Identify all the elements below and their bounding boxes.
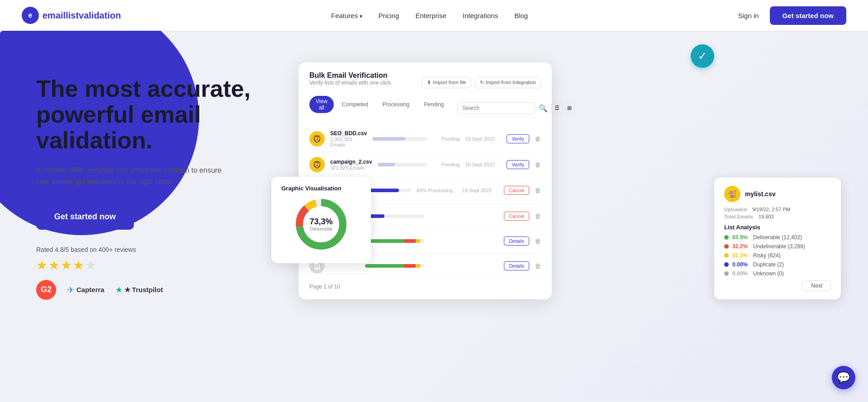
progress-bar (378, 163, 395, 166)
row-verify-button[interactable]: Verify (507, 160, 529, 169)
row-icon: 🦁 (309, 131, 325, 147)
row-delete-icon[interactable]: 🗑 (535, 187, 541, 194)
progress-bar-wrap (367, 214, 424, 218)
duplicate-label: Duplicate (2) (753, 261, 784, 268)
view-toggle: ☰ ⊞ (551, 103, 575, 114)
mockup-panel-subtitle: Verify lists of emails with one click. (309, 80, 392, 86)
hero-badges: G2 ✈ Capterra ★ ★ Trustpilot (36, 280, 271, 300)
progress-bar (367, 189, 399, 192)
row-verify-button[interactable]: Verify (507, 134, 529, 143)
hero-left: The most accurate, powerful email valida… (36, 58, 271, 300)
hero-title: The most accurate, powerful email valida… (36, 76, 271, 154)
row-status: Pending (432, 162, 460, 167)
row-icon: 🦁 (309, 157, 325, 172)
logo-text: emaillistvalidation (43, 10, 121, 21)
grid-view-icon[interactable]: ⊞ (564, 103, 575, 114)
progress-bar-wrap (378, 163, 427, 166)
analysis-section-title: List Analysis (724, 224, 831, 231)
row-date: 19 Sept 2022 (465, 136, 501, 142)
import-buttons: ⬆ Import from file ↻ Import from Integra… (422, 77, 541, 88)
filter-tabs: View all Completed Processing Pending (309, 96, 450, 113)
capterra-badge: ✈ Capterra (67, 284, 104, 295)
list-analysis-card: 🐒 mylist.csv Uploaded 9/19/22, 2:57 PM T… (714, 178, 841, 299)
progress-bar-wrap (372, 137, 427, 141)
search-icon: 🔍 (539, 104, 548, 113)
tab-completed[interactable]: Completed (336, 96, 375, 113)
mockup-panel-title: Bulk Email Verification (309, 71, 392, 80)
unknown-dot (724, 271, 729, 276)
tab-processing[interactable]: Processing (376, 96, 416, 113)
nav-integrations[interactable]: Integrations (463, 12, 498, 19)
risky-dot (724, 253, 729, 258)
donut-chart: 73,3% Deliverable (294, 197, 348, 251)
donut-center: 73,3% Deliverable (309, 217, 332, 232)
nav-blog[interactable]: Blog (514, 12, 528, 19)
logo-icon: e (22, 7, 39, 24)
nav-features[interactable]: Features (331, 12, 362, 19)
row-delete-icon[interactable]: 🗑 (535, 262, 541, 270)
search-input[interactable] (457, 102, 535, 114)
mockup-search-row: View all Completed Processing Pending 🔍 … (309, 96, 541, 120)
hero-cta-button[interactable]: Get started now (36, 204, 134, 230)
page-indicator: Page 1 of 10 (309, 284, 340, 290)
row-info: SEO_BDD.csv 1,002,303 Emails (330, 130, 367, 147)
unknown-pct: 0.00% (732, 270, 749, 277)
unknown-label: Unknown (0) (753, 270, 784, 277)
nav-links: Features Pricing Enterprise Integrations… (331, 12, 528, 19)
row-details-button[interactable]: Details (504, 236, 529, 246)
row-cancel-button[interactable]: Cancel (504, 212, 529, 221)
next-button[interactable]: Next (802, 280, 831, 291)
table-row: 🦁 SEO_BDD.csv 1,002,303 Emails Pending 1… (309, 126, 541, 152)
row-date: 19 Sept 2022 (465, 162, 501, 167)
analysis-next: Next (724, 280, 831, 291)
undeliverable-dot (724, 244, 729, 249)
analysis-row-unknown: 0.00% Unknown (0) (724, 270, 831, 277)
row-count: 321,628 Emails (330, 165, 372, 170)
navbar: e emaillistvalidation Features Pricing E… (0, 0, 868, 31)
mockup-top-actions: Bulk Email Verification Verify lists of … (309, 71, 541, 93)
chat-bubble[interactable]: 💬 (832, 366, 855, 389)
progress-bar-wrap (367, 189, 411, 192)
logo[interactable]: e emaillistvalidation (22, 7, 121, 24)
tab-pending[interactable]: Pending (417, 96, 450, 113)
row-cancel-button[interactable]: Cancel (504, 186, 529, 195)
progress-bar-wrap (365, 264, 424, 268)
nav-right: Sign in Get started now (738, 6, 846, 25)
import-file-button[interactable]: ⬆ Import from file (422, 77, 471, 88)
graphic-title: Graphic Visualisation (281, 185, 361, 192)
nav-enterprise[interactable]: Enterprise (415, 12, 446, 19)
mockup-title-group: Bulk Email Verification Verify lists of … (309, 71, 392, 93)
integration-icon: ↻ (480, 80, 484, 85)
analysis-filename: mylist.csv (745, 190, 776, 198)
analysis-meta: Uploaded 9/19/22, 2:57 PM (724, 207, 831, 212)
deliverable-label: Deliverable (12,402) (753, 234, 802, 241)
row-name: SEO_BDD.csv (330, 130, 367, 137)
nav-cta-button[interactable]: Get started now (770, 6, 846, 25)
undeliverable-pct: 32.2% (732, 243, 749, 250)
signin-link[interactable]: Sign in (738, 12, 759, 19)
hero-stars: ★★★★★ (36, 258, 271, 273)
row-details-button[interactable]: Details (504, 261, 529, 270)
analysis-header: 🐒 mylist.csv (724, 186, 831, 202)
duplicate-pct: 0.00% (732, 261, 749, 268)
analysis-row-duplicate: 0.00% Duplicate (2) (724, 261, 831, 268)
row-delete-icon[interactable]: 🗑 (535, 161, 541, 168)
verify-badge: ✓ (691, 44, 714, 68)
row-delete-icon[interactable]: 🗑 (535, 237, 541, 245)
row-delete-icon[interactable]: 🗑 (535, 213, 541, 220)
list-view-icon[interactable]: ☰ (551, 103, 562, 114)
row-info: campaign_2.csv 321,628 Emails (330, 159, 372, 170)
tab-view-all[interactable]: View all (309, 96, 334, 113)
nav-pricing[interactable]: Pricing (379, 12, 399, 19)
trustpilot-badge: ★ ★ Trustpilot (115, 285, 163, 295)
row-date: 19 Sept 2022 (462, 188, 498, 193)
import-integration-button[interactable]: ↻ Import from Integration (475, 77, 541, 88)
row-name: campaign_2.csv (330, 159, 372, 165)
row-delete-icon[interactable]: 🗑 (535, 135, 541, 142)
donut-label: Deliverable (309, 227, 332, 232)
row-count: 1,002,303 Emails (330, 137, 367, 147)
analysis-meta-emails: Total Emails 19,603 (724, 214, 831, 219)
row-status: Pending (432, 136, 460, 142)
duplicate-dot (724, 262, 729, 267)
undeliverable-label: Undeliverable (3,289) (753, 243, 805, 250)
